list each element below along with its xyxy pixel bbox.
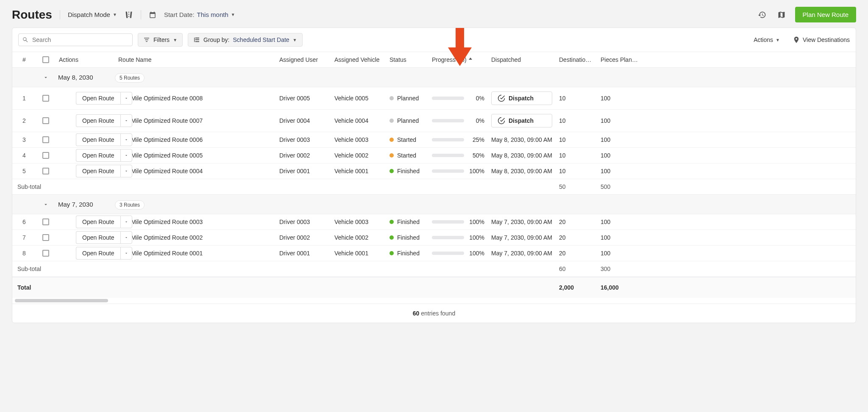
row-checkbox[interactable] — [42, 250, 49, 257]
destinations-count: 10 — [556, 117, 597, 124]
caret-down-icon: ▼ — [231, 12, 235, 17]
chevron-down-icon[interactable] — [43, 202, 49, 207]
scrollbar-thumb[interactable] — [15, 299, 108, 302]
dispatch-mode-dropdown[interactable]: Dispatch Mode ▼ — [68, 11, 117, 18]
open-route-button[interactable]: Open Route — [76, 247, 120, 260]
assigned-user: Driver 0003 — [276, 136, 331, 143]
row-checkbox[interactable] — [42, 218, 49, 225]
row-checkbox[interactable] — [42, 136, 49, 143]
destinations-count: 20 — [556, 234, 597, 241]
filters-button[interactable]: Filters ▼ — [138, 33, 183, 47]
col-dispatched[interactable]: Dispatched — [488, 56, 556, 63]
pieces-planned: 100 — [597, 168, 644, 174]
col-destinations[interactable]: Destinations... — [556, 56, 597, 63]
caret-down-icon: ▼ — [113, 12, 117, 17]
group-date: May 8, 2030 — [56, 74, 115, 81]
col-select-all[interactable] — [36, 56, 56, 63]
col-status[interactable]: Status — [386, 56, 428, 63]
open-route-caret[interactable] — [120, 231, 132, 244]
view-destinations-label: View Destinations — [803, 36, 850, 43]
col-route-name[interactable]: Route Name — [115, 56, 276, 63]
road-icon[interactable] — [125, 11, 133, 19]
progress-track — [432, 119, 464, 122]
row-checkbox[interactable] — [42, 168, 49, 174]
col-pieces-planned[interactable]: Pieces Planned — [597, 56, 644, 63]
calendar-icon[interactable] — [149, 11, 156, 19]
groupby-button[interactable]: Group by: Scheduled Start Date ▼ — [188, 33, 302, 47]
start-date-value: This month — [197, 11, 228, 18]
search-icon — [22, 36, 29, 43]
route-name[interactable]: Last Mile Optimized Route 0006 — [115, 136, 276, 143]
entries-found-label: entries found — [421, 310, 455, 317]
status-dot-icon — [389, 220, 394, 224]
top-toolbar: Routes Dispatch Mode ▼ Start Date: This … — [12, 7, 856, 22]
col-assigned-user[interactable]: Assigned User — [276, 56, 331, 63]
route-name[interactable]: Last Mile Optimized Route 0004 — [115, 168, 276, 174]
row-checkbox[interactable] — [42, 234, 49, 241]
subtotal-pieces: 300 — [597, 265, 644, 272]
col-assigned-vehicle[interactable]: Assigned Vehicle — [331, 56, 386, 63]
sort-asc-icon — [468, 58, 473, 62]
assigned-vehicle: Vehicle 0002 — [331, 234, 386, 241]
row-checkbox[interactable] — [42, 117, 49, 124]
route-name[interactable]: Last Mile Optimized Route 0007 — [115, 117, 276, 124]
group-row: May 8, 20305 Routes — [12, 68, 856, 87]
open-route-caret[interactable] — [120, 149, 132, 162]
progress-track — [432, 138, 464, 141]
open-route-caret[interactable] — [120, 114, 132, 127]
caret-down-icon: ▼ — [293, 38, 297, 42]
open-route-button[interactable]: Open Route — [76, 165, 120, 177]
checkbox-icon[interactable] — [42, 56, 49, 63]
open-route-button[interactable]: Open Route — [76, 114, 120, 127]
plan-new-route-button[interactable]: Plan New Route — [795, 7, 856, 22]
page-title: Routes — [12, 8, 52, 22]
open-route-caret[interactable] — [120, 92, 132, 105]
actions-dropdown[interactable]: Actions ▼ — [754, 36, 780, 43]
progress-track — [432, 220, 464, 224]
route-name[interactable]: Last Mile Optimized Route 0001 — [115, 250, 276, 257]
open-route-button[interactable]: Open Route — [76, 92, 120, 105]
route-name[interactable]: Last Mile Optimized Route 0002 — [115, 234, 276, 241]
open-route-button[interactable]: Open Route — [76, 231, 120, 244]
chevron-down-icon[interactable] — [43, 75, 49, 80]
group-icon — [193, 36, 200, 43]
open-route-caret[interactable] — [120, 216, 132, 228]
route-name[interactable]: Last Mile Optimized Route 0008 — [115, 95, 276, 102]
row-number: 2 — [12, 117, 36, 124]
progress-cell: 100% — [428, 218, 488, 225]
table-row: 4 Last Mile Optimized Route 0005Driver 0… — [12, 148, 856, 163]
history-icon[interactable] — [756, 9, 768, 21]
open-route-caret[interactable] — [120, 165, 132, 177]
search-input[interactable] — [31, 36, 129, 44]
search-input-wrap[interactable] — [18, 33, 133, 46]
col-actions[interactable]: Actions — [56, 56, 115, 63]
dispatched-time: May 7, 2030, 09:00 AM — [488, 234, 556, 241]
horizontal-scrollbar[interactable] — [12, 298, 856, 304]
status-cell: Started — [386, 136, 428, 143]
assigned-vehicle: Vehicle 0003 — [331, 136, 386, 143]
row-checkbox[interactable] — [42, 95, 49, 102]
dispatch-button[interactable]: Dispatch — [491, 91, 552, 105]
status-cell: Planned — [386, 95, 428, 102]
subtotal-dest: 60 — [556, 265, 597, 272]
start-date-dropdown[interactable]: Start Date: This month ▼ — [164, 11, 235, 18]
open-route-button[interactable]: Open Route — [76, 216, 120, 228]
open-route-button[interactable]: Open Route — [76, 133, 120, 146]
open-route-button[interactable]: Open Route — [76, 149, 120, 162]
row-checkbox[interactable] — [42, 152, 49, 159]
open-route-caret[interactable] — [120, 133, 132, 146]
col-num[interactable]: # — [12, 56, 36, 63]
progress-cell: 0% — [428, 117, 488, 124]
open-route-caret[interactable] — [120, 247, 132, 260]
assigned-user: Driver 0001 — [276, 250, 331, 257]
route-name[interactable]: Last Mile Optimized Route 0003 — [115, 218, 276, 225]
route-name[interactable]: Last Mile Optimized Route 0005 — [115, 152, 276, 159]
destinations-count: 20 — [556, 218, 597, 225]
map-icon[interactable] — [776, 9, 787, 21]
assigned-user: Driver 0005 — [276, 95, 331, 102]
progress-percent: 25% — [468, 136, 484, 143]
view-destinations-button[interactable]: View Destinations — [793, 36, 850, 44]
assigned-vehicle: Vehicle 0001 — [331, 250, 386, 257]
col-progress[interactable]: Progress (%) — [428, 56, 488, 63]
dispatch-button[interactable]: Dispatch — [491, 114, 552, 127]
